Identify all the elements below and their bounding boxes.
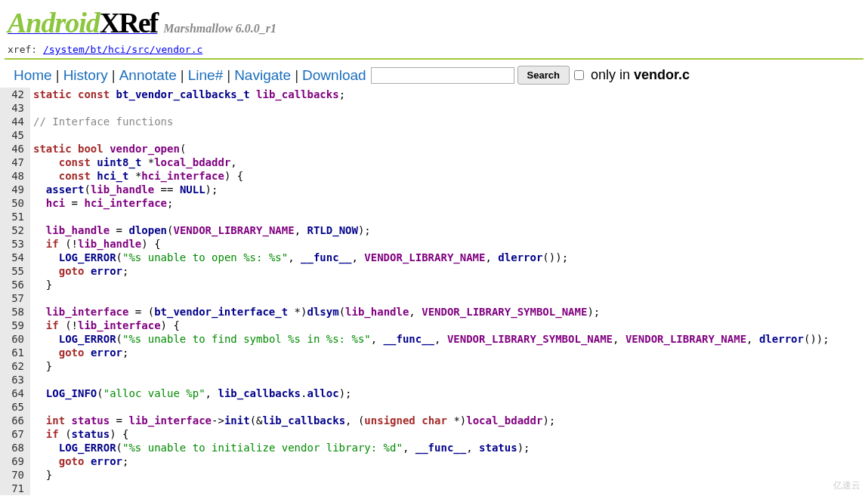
nav-line[interactable]: Line# — [188, 67, 224, 84]
nav-download[interactable]: Download — [302, 67, 366, 84]
symbol-link[interactable]: uint8_t — [97, 156, 141, 168]
symbol-link[interactable]: LOG_ERROR — [59, 442, 116, 454]
symbol-link[interactable]: RTLD_NOW — [307, 224, 357, 236]
symbol-link[interactable]: dlerror — [498, 251, 542, 263]
symbol-link[interactable]: status — [72, 428, 110, 440]
line-number[interactable]: 44 — [5, 115, 24, 128]
symbol-link[interactable]: VENDOR_LIBRARY_NAME — [173, 224, 294, 236]
code-line: const uint8_t *local_bdaddr, — [33, 156, 829, 169]
code-line — [33, 210, 829, 223]
line-number[interactable]: 57 — [5, 291, 24, 305]
symbol-link[interactable]: dlerror — [759, 333, 804, 345]
only-in-file: vendor.c — [634, 67, 690, 82]
symbol-link[interactable]: vendor_open — [110, 143, 180, 155]
symbol-link[interactable]: lib_interface — [78, 319, 161, 331]
symbol-link[interactable]: lib_handle — [91, 183, 154, 196]
symbol-link[interactable]: __func__ — [301, 251, 351, 263]
symbol-link[interactable]: NULL — [180, 183, 205, 196]
symbol-link[interactable]: VENDOR_LIBRARY_NAME — [626, 333, 746, 345]
code-line: if (status) { — [33, 427, 829, 441]
line-number[interactable]: 52 — [5, 223, 24, 237]
symbol-link[interactable]: lib_callbacks — [256, 88, 339, 100]
symbol-link[interactable]: init — [224, 414, 250, 427]
nav-home[interactable]: Home — [14, 67, 52, 84]
line-number[interactable]: 50 — [5, 196, 24, 210]
line-number[interactable]: 60 — [5, 332, 24, 346]
nav-history[interactable]: History — [63, 67, 108, 84]
watermark: 亿速云 — [833, 479, 860, 492]
line-number[interactable]: 64 — [5, 387, 24, 400]
symbol-link[interactable]: dlopen — [128, 224, 167, 236]
symbol-link[interactable]: lib_interface — [128, 414, 212, 427]
line-number[interactable]: 67 — [5, 427, 24, 441]
symbol-link[interactable]: local_bdaddr — [466, 414, 542, 427]
logo-link[interactable]: AndroidXRef — [8, 6, 157, 39]
symbol-link[interactable]: lib_handle — [78, 238, 141, 250]
line-number[interactable]: 59 — [5, 319, 24, 332]
version-label: Marshmallow 6.0.0_r1 — [163, 22, 276, 35]
symbol-link[interactable]: hci_interface — [84, 197, 167, 209]
symbol-link[interactable]: assert — [46, 183, 85, 196]
only-in-checkbox[interactable] — [574, 70, 584, 80]
line-number[interactable]: 62 — [5, 359, 24, 373]
symbol-link[interactable]: hci_interface — [141, 170, 224, 182]
symbol-link[interactable]: error — [91, 265, 122, 277]
line-number[interactable]: 66 — [5, 414, 24, 427]
symbol-link[interactable]: local_bdaddr — [154, 156, 230, 168]
line-number[interactable]: 46 — [5, 142, 24, 156]
symbol-link[interactable]: bt_vendor_interface_t — [154, 306, 288, 318]
line-number[interactable]: 70 — [5, 468, 24, 482]
symbol-link[interactable]: VENDOR_LIBRARY_SYMBOL_NAME — [447, 333, 613, 345]
search-button[interactable]: Search — [517, 66, 570, 85]
nav-navigate[interactable]: Navigate — [234, 67, 291, 84]
symbol-link[interactable]: error — [91, 346, 122, 359]
symbol-link[interactable]: error — [91, 455, 122, 467]
line-number[interactable]: 47 — [5, 156, 24, 169]
line-number[interactable]: 49 — [5, 183, 24, 196]
code-line: static const bt_vendor_callbacks_t lib_c… — [33, 88, 829, 101]
symbol-link[interactable]: lib_handle — [46, 224, 110, 236]
symbol-link[interactable]: lib_interface — [46, 306, 129, 318]
symbol-link[interactable]: alloc — [307, 387, 338, 399]
symbol-link[interactable]: LOG_INFO — [46, 387, 97, 399]
symbol-link[interactable]: VENDOR_LIBRARY_NAME — [364, 251, 485, 263]
line-number[interactable]: 48 — [5, 169, 24, 183]
code-line: if (!lib_interface) { — [33, 319, 829, 332]
symbol-link[interactable]: status — [479, 442, 517, 454]
xref-path-link[interactable]: /system/bt/hci/src/vendor.c — [43, 44, 202, 55]
line-number[interactable]: 54 — [5, 251, 24, 264]
symbol-link[interactable]: hci — [46, 197, 65, 209]
line-number[interactable]: 68 — [5, 441, 24, 454]
symbol-link[interactable]: LOG_ERROR — [59, 251, 116, 263]
line-number[interactable]: 53 — [5, 237, 24, 251]
symbol-link[interactable]: __func__ — [415, 442, 466, 454]
line-number[interactable]: 51 — [5, 210, 24, 223]
line-number[interactable]: 65 — [5, 400, 24, 414]
line-number[interactable]: 71 — [5, 482, 24, 495]
line-number[interactable]: 69 — [5, 454, 24, 468]
line-number[interactable]: 42 — [5, 88, 24, 101]
code-content: static const bt_vendor_callbacks_t lib_c… — [30, 88, 829, 495]
code-line: } — [33, 278, 829, 291]
symbol-link[interactable]: VENDOR_LIBRARY_SYMBOL_NAME — [422, 306, 587, 318]
code-line: static bool vendor_open( — [33, 142, 829, 156]
search-input[interactable] — [371, 67, 514, 84]
line-number[interactable]: 43 — [5, 101, 24, 115]
symbol-link[interactable]: dlsym — [307, 306, 338, 318]
symbol-link[interactable]: __func__ — [384, 333, 434, 345]
symbol-link[interactable]: LOG_ERROR — [59, 333, 116, 345]
line-number[interactable]: 61 — [5, 346, 24, 359]
line-number[interactable]: 55 — [5, 264, 24, 278]
line-number[interactable]: 58 — [5, 305, 24, 319]
line-number[interactable]: 63 — [5, 373, 24, 387]
symbol-link[interactable]: bt_vendor_callbacks_t — [116, 88, 250, 100]
code-area: 4243444546474849505152535455565758596061… — [0, 88, 868, 495]
symbol-link[interactable]: lib_callbacks — [262, 414, 345, 427]
symbol-link[interactable]: hci_t — [97, 170, 128, 182]
symbol-link[interactable]: lib_handle — [345, 306, 409, 318]
symbol-link[interactable]: status — [72, 414, 110, 427]
nav-annotate[interactable]: Annotate — [119, 67, 177, 84]
symbol-link[interactable]: lib_callbacks — [218, 387, 301, 399]
line-number[interactable]: 45 — [5, 128, 24, 142]
line-number[interactable]: 56 — [5, 278, 24, 291]
